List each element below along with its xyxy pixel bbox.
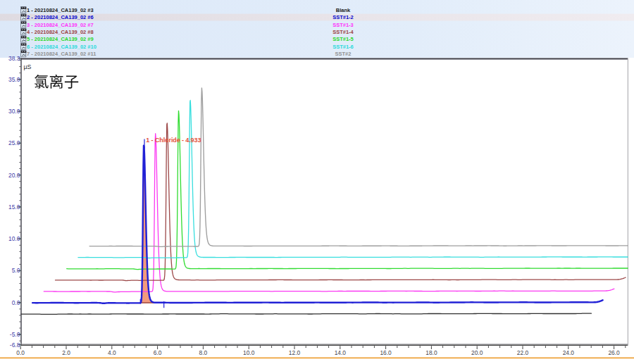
svg-text:SST#2: SST#2 xyxy=(335,51,352,57)
svg-text:1 - Chloride - 4.933: 1 - Chloride - 4.933 xyxy=(146,137,201,144)
svg-text:4.0: 4.0 xyxy=(108,349,116,356)
svg-text:38.3: 38.3 xyxy=(8,55,20,62)
svg-text:20.0: 20.0 xyxy=(471,349,483,356)
svg-text:SST#1-4: SST#1-4 xyxy=(332,29,354,35)
svg-text:SST#1-6: SST#1-6 xyxy=(332,44,354,50)
svg-text:SST#1-3: SST#1-3 xyxy=(332,22,354,28)
svg-text:SST#1-5: SST#1-5 xyxy=(332,36,354,42)
svg-text:25.0: 25.0 xyxy=(8,139,20,146)
svg-text:0.0: 0.0 xyxy=(16,349,25,356)
svg-text:0.0: 0.0 xyxy=(12,299,20,306)
svg-text:10.0: 10.0 xyxy=(8,235,20,242)
svg-text:10.0: 10.0 xyxy=(243,349,255,356)
svg-text:-6.8: -6.8 xyxy=(10,341,20,349)
svg-text:7 - 20210824_CA139_02 #11: 7 - 20210824_CA139_02 #11 xyxy=(27,51,96,57)
svg-text:-5.0: -5.0 xyxy=(10,331,20,338)
svg-text:24.0: 24.0 xyxy=(563,349,575,356)
svg-text:12.0: 12.0 xyxy=(289,349,301,356)
svg-text:35.0: 35.0 xyxy=(8,76,20,83)
svg-text:4 - 20210824_CA139_02 #8: 4 - 20210824_CA139_02 #8 xyxy=(27,29,94,35)
svg-text:15.0: 15.0 xyxy=(8,203,20,211)
svg-text:µS: µS xyxy=(24,63,32,70)
svg-text:16.0: 16.0 xyxy=(380,349,392,356)
svg-text:5.0: 5.0 xyxy=(12,267,20,274)
svg-text:14.0: 14.0 xyxy=(335,349,347,356)
svg-text:26.0: 26.0 xyxy=(608,349,620,356)
svg-text:Blank: Blank xyxy=(336,7,351,13)
svg-text:2.0: 2.0 xyxy=(62,349,70,356)
svg-text:8.0: 8.0 xyxy=(199,349,208,356)
svg-text:SST#1-2: SST#1-2 xyxy=(332,14,354,20)
svg-text:2 - 20210824_CA139_02 #6: 2 - 20210824_CA139_02 #6 xyxy=(27,14,94,20)
svg-text:6 - 20210824_CA139_02 #10: 6 - 20210824_CA139_02 #10 xyxy=(27,44,97,50)
svg-text:3 - 20210824_CA139_02 #7: 3 - 20210824_CA139_02 #7 xyxy=(27,22,94,28)
svg-text:5 - 20210824_CA139_02 #9: 5 - 20210824_CA139_02 #9 xyxy=(27,36,94,42)
svg-text:18.0: 18.0 xyxy=(425,349,437,356)
svg-text:20.0: 20.0 xyxy=(8,172,20,179)
svg-text:30.0: 30.0 xyxy=(8,108,20,115)
svg-text:6.0: 6.0 xyxy=(154,349,162,356)
svg-text:1 - 20210824_CA139_02 #3: 1 - 20210824_CA139_02 #3 xyxy=(27,7,94,13)
svg-text:22.0: 22.0 xyxy=(517,349,529,356)
